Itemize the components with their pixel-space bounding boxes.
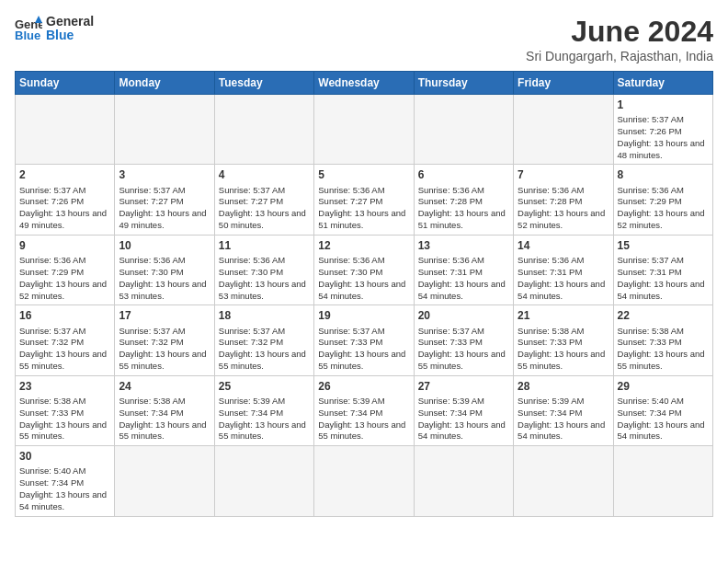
day-number: 9 (19, 238, 110, 253)
location-subtitle: Sri Dungargarh, Rajasthan, India (526, 49, 713, 63)
calendar-cell: 20Sunrise: 5:37 AMSunset: 7:33 PMDayligh… (414, 305, 513, 375)
calendar-cell: 3Sunrise: 5:37 AMSunset: 7:27 PMDaylight… (115, 165, 214, 235)
calendar-cell (214, 446, 313, 516)
day-sun-info: Sunrise: 5:40 AMSunset: 7:34 PMDaylight:… (19, 465, 110, 512)
day-header-sunday: Sunday (16, 72, 115, 95)
day-number: 14 (518, 238, 609, 253)
calendar-week-row: 9Sunrise: 5:36 AMSunset: 7:29 PMDaylight… (16, 235, 713, 304)
title-area: June 2024 Sri Dungargarh, Rajasthan, Ind… (526, 15, 713, 63)
calendar-cell: 25Sunrise: 5:39 AMSunset: 7:34 PMDayligh… (214, 375, 313, 445)
calendar-week-row: 1Sunrise: 5:37 AMSunset: 7:26 PMDaylight… (16, 95, 713, 165)
calendar-cell: 9Sunrise: 5:36 AMSunset: 7:29 PMDaylight… (16, 235, 115, 304)
calendar-cell: 19Sunrise: 5:37 AMSunset: 7:33 PMDayligh… (314, 305, 414, 375)
calendar-cell: 8Sunrise: 5:36 AMSunset: 7:29 PMDaylight… (613, 165, 712, 235)
logo-icon: General Blue (15, 16, 42, 41)
logo: General Blue General Blue (15, 15, 94, 43)
day-number: 19 (318, 308, 409, 323)
day-number: 30 (19, 449, 110, 464)
day-number: 20 (418, 308, 509, 323)
calendar-cell: 14Sunrise: 5:36 AMSunset: 7:31 PMDayligh… (514, 235, 613, 304)
calendar-cell (115, 95, 214, 165)
day-sun-info: Sunrise: 5:36 AMSunset: 7:29 PMDaylight:… (19, 255, 110, 302)
day-number: 10 (119, 238, 210, 253)
calendar-cell: 30Sunrise: 5:40 AMSunset: 7:34 PMDayligh… (16, 446, 115, 516)
calendar-cell (514, 446, 613, 516)
day-sun-info: Sunrise: 5:36 AMSunset: 7:31 PMDaylight:… (418, 255, 509, 302)
day-sun-info: Sunrise: 5:37 AMSunset: 7:27 PMDaylight:… (219, 185, 310, 232)
day-sun-info: Sunrise: 5:36 AMSunset: 7:31 PMDaylight:… (518, 255, 609, 302)
logo-text-general: General (46, 15, 94, 29)
calendar-cell (414, 95, 513, 165)
svg-text:Blue: Blue (15, 29, 40, 41)
day-sun-info: Sunrise: 5:37 AMSunset: 7:32 PMDaylight:… (219, 326, 310, 373)
day-number: 24 (119, 379, 210, 394)
day-header-wednesday: Wednesday (314, 72, 414, 95)
day-sun-info: Sunrise: 5:39 AMSunset: 7:34 PMDaylight:… (219, 396, 310, 442)
day-number: 12 (318, 238, 409, 253)
day-sun-info: Sunrise: 5:38 AMSunset: 7:33 PMDaylight:… (19, 396, 110, 442)
day-header-saturday: Saturday (613, 72, 712, 95)
calendar-cell: 1Sunrise: 5:37 AMSunset: 7:26 PMDaylight… (613, 95, 712, 165)
calendar-week-row: 23Sunrise: 5:38 AMSunset: 7:33 PMDayligh… (16, 375, 713, 445)
calendar-cell: 28Sunrise: 5:39 AMSunset: 7:34 PMDayligh… (514, 375, 613, 445)
day-sun-info: Sunrise: 5:37 AMSunset: 7:32 PMDaylight:… (119, 326, 210, 373)
day-number: 18 (219, 308, 310, 323)
calendar-cell: 29Sunrise: 5:40 AMSunset: 7:34 PMDayligh… (613, 375, 712, 445)
day-sun-info: Sunrise: 5:36 AMSunset: 7:28 PMDaylight:… (518, 185, 609, 232)
day-number: 17 (119, 308, 210, 323)
day-sun-info: Sunrise: 5:37 AMSunset: 7:32 PMDaylight:… (19, 326, 110, 373)
day-sun-info: Sunrise: 5:37 AMSunset: 7:31 PMDaylight:… (618, 255, 709, 302)
day-number: 22 (618, 308, 709, 323)
day-number: 27 (418, 379, 509, 394)
calendar: SundayMondayTuesdayWednesdayThursdayFrid… (15, 71, 713, 517)
day-number: 6 (418, 167, 509, 182)
day-sun-info: Sunrise: 5:38 AMSunset: 7:33 PMDaylight:… (618, 326, 709, 373)
calendar-cell (314, 446, 414, 516)
logo-text-blue: Blue (46, 29, 94, 42)
day-number: 3 (119, 167, 210, 182)
calendar-cell (16, 95, 115, 165)
day-number: 1 (618, 98, 709, 112)
calendar-cell (314, 95, 414, 165)
calendar-cell: 26Sunrise: 5:39 AMSunset: 7:34 PMDayligh… (314, 375, 414, 445)
day-sun-info: Sunrise: 5:36 AMSunset: 7:30 PMDaylight:… (219, 255, 310, 302)
day-header-monday: Monday (115, 72, 214, 95)
day-header-tuesday: Tuesday (214, 72, 313, 95)
day-sun-info: Sunrise: 5:36 AMSunset: 7:28 PMDaylight:… (418, 185, 509, 232)
day-number: 13 (418, 238, 509, 253)
calendar-cell (414, 446, 513, 516)
day-number: 2 (19, 167, 110, 182)
day-sun-info: Sunrise: 5:38 AMSunset: 7:34 PMDaylight:… (119, 396, 210, 442)
calendar-cell: 27Sunrise: 5:39 AMSunset: 7:34 PMDayligh… (414, 375, 513, 445)
day-number: 5 (318, 167, 409, 182)
calendar-header-row: SundayMondayTuesdayWednesdayThursdayFrid… (16, 72, 713, 95)
calendar-cell: 6Sunrise: 5:36 AMSunset: 7:28 PMDaylight… (414, 165, 513, 235)
calendar-cell: 16Sunrise: 5:37 AMSunset: 7:32 PMDayligh… (16, 305, 115, 375)
day-header-friday: Friday (514, 72, 613, 95)
calendar-cell: 12Sunrise: 5:36 AMSunset: 7:30 PMDayligh… (314, 235, 414, 304)
day-number: 15 (618, 238, 709, 253)
calendar-cell: 4Sunrise: 5:37 AMSunset: 7:27 PMDaylight… (214, 165, 313, 235)
calendar-cell (115, 446, 214, 516)
calendar-cell: 22Sunrise: 5:38 AMSunset: 7:33 PMDayligh… (613, 305, 712, 375)
day-sun-info: Sunrise: 5:39 AMSunset: 7:34 PMDaylight:… (418, 396, 509, 442)
day-number: 29 (618, 379, 709, 394)
calendar-cell: 24Sunrise: 5:38 AMSunset: 7:34 PMDayligh… (115, 375, 214, 445)
calendar-cell (613, 446, 712, 516)
calendar-cell: 13Sunrise: 5:36 AMSunset: 7:31 PMDayligh… (414, 235, 513, 304)
day-sun-info: Sunrise: 5:39 AMSunset: 7:34 PMDaylight:… (318, 396, 409, 442)
day-sun-info: Sunrise: 5:37 AMSunset: 7:26 PMDaylight:… (19, 185, 110, 232)
calendar-cell: 11Sunrise: 5:36 AMSunset: 7:30 PMDayligh… (214, 235, 313, 304)
day-sun-info: Sunrise: 5:37 AMSunset: 7:27 PMDaylight:… (119, 185, 210, 232)
calendar-cell: 2Sunrise: 5:37 AMSunset: 7:26 PMDaylight… (16, 165, 115, 235)
day-sun-info: Sunrise: 5:36 AMSunset: 7:27 PMDaylight:… (318, 185, 409, 232)
day-sun-info: Sunrise: 5:37 AMSunset: 7:33 PMDaylight:… (418, 326, 509, 373)
day-number: 16 (19, 308, 110, 323)
header: General Blue General Blue June 2024 Sri … (15, 15, 713, 63)
day-number: 8 (618, 167, 709, 182)
day-number: 21 (518, 308, 609, 323)
day-number: 7 (518, 167, 609, 182)
day-number: 23 (19, 379, 110, 394)
calendar-cell (514, 95, 613, 165)
calendar-cell (214, 95, 313, 165)
